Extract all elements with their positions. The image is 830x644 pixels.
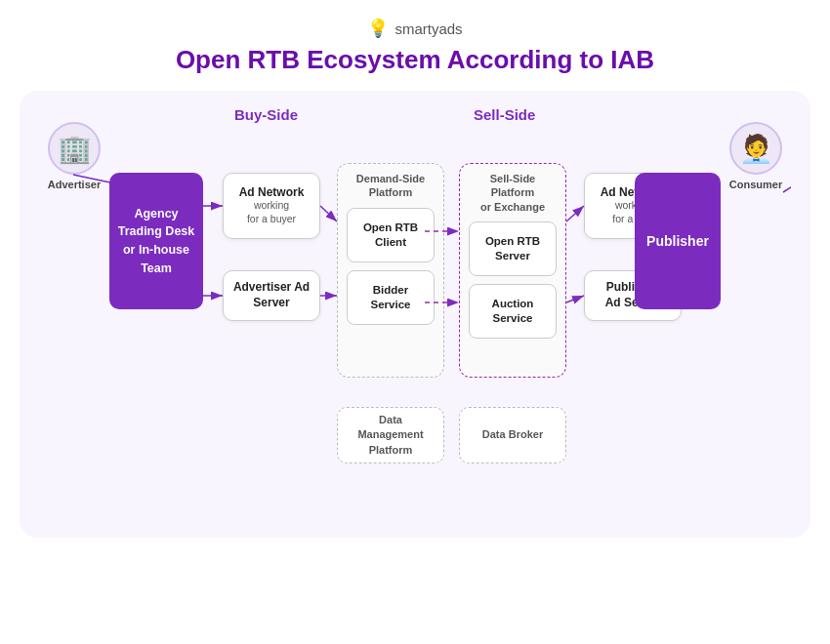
advertiser-ad-server-title: Advertiser Ad Server: [224, 280, 319, 310]
logo-icon: 💡: [367, 18, 389, 39]
ssp-label: Sell-Side Platform or Exchange: [480, 172, 545, 214]
data-broker: Data Broker: [459, 407, 566, 463]
consumer-label: Consumer: [729, 179, 782, 190]
auction-service: AuctionService: [469, 284, 557, 339]
svg-line-10: [566, 206, 584, 221]
dsp-box: Demand-Side Platform Open RTBClient Bidd…: [337, 163, 444, 378]
data-broker-label: Data Broker: [482, 427, 543, 442]
page: 💡 smartyads Open RTB Ecosystem According…: [0, 0, 830, 644]
consumer-icon: 🧑‍💼: [729, 122, 782, 175]
ssp-box: Sell-Side Platform or Exchange Open RTBS…: [459, 163, 566, 378]
bidder-service: BidderService: [347, 270, 435, 325]
ad-network-buyer-title: Ad Network: [239, 185, 305, 199]
logo-text: smartyads: [394, 20, 462, 37]
publisher: Publisher: [635, 173, 721, 309]
svg-line-6: [320, 206, 337, 221]
dmp: DataManagementPlatform: [337, 407, 444, 463]
advertiser-label: Advertiser: [48, 179, 101, 190]
agency-trading-desk: Agency Trading Desk or In-house Team: [109, 173, 203, 309]
advertiser-ad-server: Advertiser Ad Server: [223, 270, 320, 321]
dmp-label: DataManagementPlatform: [357, 413, 423, 458]
diagram-container: Buy-Side Sell-Side 🏢 Advertiser 🧑‍💼 Cons…: [20, 91, 810, 538]
ad-network-buyer-sub: working for a buyer: [247, 199, 296, 225]
logo-area: 💡 smartyads: [367, 18, 462, 39]
open-rtb-server: Open RTBServer: [469, 221, 557, 276]
advertiser-area: 🏢 Advertiser: [41, 122, 107, 190]
page-title: Open RTB Ecosystem According to IAB: [176, 45, 654, 75]
open-rtb-client: Open RTBClient: [347, 208, 435, 262]
advertiser-icon: 🏢: [48, 122, 101, 175]
dsp-label: Demand-Side Platform: [356, 172, 425, 200]
ad-network-buyer: Ad Network working for a buyer: [223, 173, 320, 239]
consumer-area: 🧑‍💼 Consumer: [723, 122, 789, 190]
svg-line-11: [566, 296, 584, 302]
